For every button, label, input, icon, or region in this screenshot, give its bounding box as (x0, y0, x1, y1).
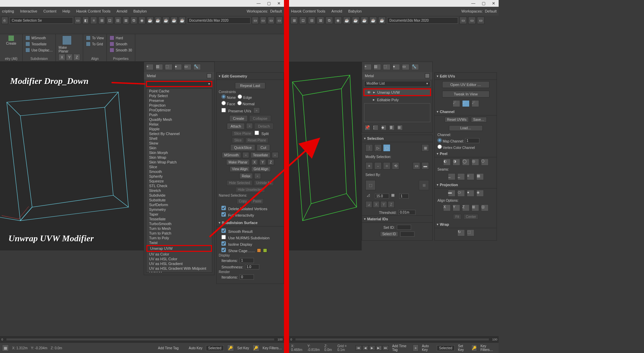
preserve-uvs-check[interactable]: Preserve UVs (221, 108, 251, 113)
select-by-cube-icon[interactable]: ⬚ (365, 180, 376, 190)
close-button[interactable]: ✕ (488, 0, 499, 7)
tool-icon[interactable]: ☕ (378, 17, 386, 24)
tool-icon[interactable]: ⊠ (123, 17, 129, 24)
ribbon-use-displac[interactable]: Use Displac… (25, 48, 53, 52)
tool-icon[interactable]: ⊞ (290, 17, 298, 24)
tool-icon[interactable]: ◉ (334, 17, 342, 24)
menu-help[interactable]: Help (63, 9, 70, 13)
modifier-list-item[interactable]: Tessellate (146, 217, 212, 221)
save-uvws-button[interactable]: Save… (471, 117, 487, 123)
maximize-button[interactable]: ▢ (478, 0, 488, 7)
axis-x[interactable]: X (373, 201, 380, 208)
utilities-tab-icon[interactable]: 🔧 (193, 64, 201, 70)
modifier-list-item[interactable]: Skin Morph (146, 150, 212, 155)
peel-icon[interactable]: ◐ (443, 159, 451, 166)
align-icon[interactable]: ⊞ (472, 204, 479, 211)
key-filters-button[interactable]: Key Filters… (263, 346, 282, 350)
object-color-chip[interactable] (207, 73, 212, 78)
modifier-list-item[interactable]: Push (146, 112, 212, 117)
align-x-icon[interactable]: X (443, 204, 451, 211)
tool-icon[interactable]: ▭ (477, 17, 484, 24)
tool-icon[interactable]: ⊞ (98, 17, 105, 24)
workspaces-dropdown[interactable]: Default (270, 9, 282, 13)
add-time-tag[interactable]: Add Time Tag (392, 344, 409, 352)
select-id-button[interactable]: Select ID (380, 231, 399, 237)
tool-icon[interactable]: ▭ (276, 17, 283, 24)
constraint-face[interactable]: Face (221, 101, 235, 106)
ribbon-to-view[interactable]: To View (86, 36, 104, 40)
modifier-list-item[interactable]: Taper (146, 212, 212, 217)
tool-icon[interactable]: ◉ (139, 17, 145, 24)
copy-button[interactable]: Copy (237, 198, 249, 204)
menu-havok[interactable]: Havok Content Tools (291, 9, 325, 13)
tool-icon[interactable]: ▭ (74, 17, 81, 24)
key-filters-icon[interactable]: 🔑 (471, 345, 477, 351)
show-end-result-icon[interactable]: ¦ (373, 125, 378, 130)
attach-list-icon[interactable]: ▫ (246, 123, 253, 129)
viewport-left[interactable] (0, 62, 144, 250)
motion-tab-icon[interactable]: ● (174, 64, 182, 70)
ribbon-create[interactable]: Create (3, 36, 20, 45)
tool-icon[interactable]: ◧ (82, 17, 89, 24)
timeline-left[interactable]: 0 100 (0, 336, 284, 343)
count-icon[interactable]: ▦ (391, 193, 397, 199)
minimize-button[interactable]: — (254, 0, 264, 7)
menu-havok[interactable]: Havok Content Tools (76, 9, 110, 13)
ribbon-to-grid[interactable]: To Grid (86, 42, 104, 46)
modifier-list-dropdown[interactable] (146, 81, 212, 87)
map-channel-radio[interactable]: Map Channel: (437, 138, 464, 143)
modifier-list-item[interactable]: Skew (146, 141, 212, 146)
align-y-icon[interactable]: Y (453, 204, 460, 211)
load-uvws-button[interactable]: Load… (449, 125, 483, 131)
modifier-list-item[interactable]: Point Cache (146, 89, 212, 93)
msmooth-button[interactable]: MSmooth (222, 152, 241, 158)
tool-icon[interactable]: ☕ (179, 17, 186, 24)
tool-icon[interactable]: ☕ (171, 17, 177, 24)
quick-peel-icon[interactable]: ☄ (462, 100, 470, 107)
ribbon-tessellate[interactable]: Tessellate (25, 42, 53, 46)
relax-button[interactable]: Relax (239, 173, 253, 179)
modifier-list-item[interactable]: SurfDeform (146, 202, 212, 207)
attach-button[interactable]: Attach (227, 123, 245, 130)
angle-icon[interactable]: ◿ (367, 193, 373, 199)
tool-icon[interactable]: ▭ (468, 17, 476, 24)
fit-button[interactable]: Fit (453, 214, 461, 220)
wrap-icon[interactable]: ⬚ (467, 229, 474, 236)
tool-icon[interactable]: ⧉ (130, 17, 137, 24)
seam-icon[interactable]: ⎯ (457, 173, 465, 180)
center-button[interactable]: Center (463, 214, 478, 220)
modifier-list-item[interactable]: Stretch (146, 188, 212, 193)
ring-icon[interactable]: ○ (383, 162, 390, 170)
settings-icon[interactable]: ▫ (242, 152, 249, 158)
menu-interactive[interactable]: Interactive (20, 9, 37, 13)
tool-icon[interactable]: ☕ (369, 17, 377, 24)
menu-arnold[interactable]: Arnold (117, 9, 127, 13)
auto-key-button[interactable]: Auto Key (189, 346, 202, 350)
tool-icon[interactable]: ⊟ (308, 17, 315, 24)
modifier-list-item[interactable]: UV as HSL Gradient With Midpoint (146, 266, 212, 271)
modifier-list-item[interactable]: Smooth (146, 169, 212, 174)
create-tab-icon[interactable]: + (146, 64, 153, 70)
modifier-list-item[interactable]: Substitute (146, 198, 212, 202)
shrink-icon[interactable]: - (374, 162, 382, 170)
modifier-list-item[interactable]: UV as HSL Color (146, 257, 212, 261)
axis-x-button[interactable]: X (58, 54, 65, 61)
wrap-icon[interactable]: ↻ (457, 229, 465, 236)
tool-icon[interactable]: ▭ (459, 17, 467, 24)
make-planar-button[interactable]: Make Planar (226, 159, 250, 165)
modifier-list-item[interactable]: Turn to Poly (146, 236, 212, 240)
modifier-stack[interactable]: 👁▸Unwrap UVW (363, 88, 431, 96)
constraint-none[interactable]: None (221, 94, 236, 100)
menu-babylon[interactable]: Babylon (133, 9, 147, 13)
tool-icon[interactable]: ▭ (260, 17, 267, 24)
unhide-all-button[interactable]: Unhide All (254, 180, 274, 186)
tool-icon[interactable]: ☕ (352, 17, 359, 24)
modifier-list-item[interactable]: Spherify (146, 174, 212, 179)
modifier-list-item[interactable]: Preserve (146, 98, 212, 103)
modifier-list-dropdown[interactable]: Modifier List▾ (364, 81, 430, 87)
create-tab-icon[interactable]: + (364, 64, 372, 70)
tessellate-button[interactable]: Tessellate (251, 152, 270, 158)
modifier-list-item[interactable]: Poly Select (146, 93, 212, 98)
prev-frame-icon[interactable]: ◀ (362, 345, 368, 351)
use-nurms-check[interactable]: Use NURMS Subdivision (221, 235, 269, 240)
